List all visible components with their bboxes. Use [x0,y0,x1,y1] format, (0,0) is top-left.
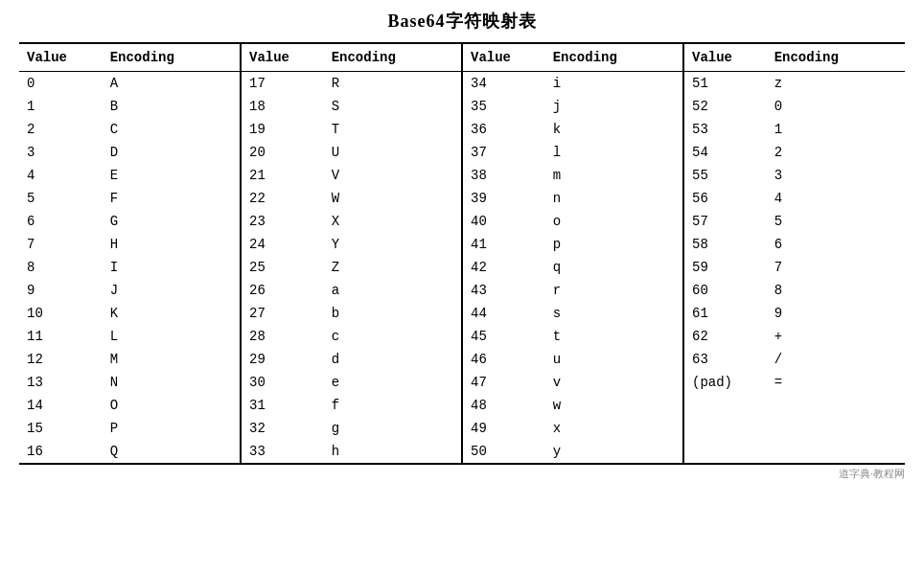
row5-col1-value: 22 [241,187,324,210]
row5-col3-encoding: 4 [767,187,905,210]
row8-col2-value: 42 [462,256,545,279]
row3-col1-encoding: U [324,141,462,164]
row9-col2-encoding: r [545,279,683,302]
row4-col3-encoding: 3 [767,164,905,187]
row0-col1-value: 17 [241,72,324,96]
table-row: 1B18S35j520 [19,95,905,118]
row3-col0-encoding: D [103,141,241,164]
row1-col0-value: 1 [19,95,103,118]
row7-col2-value: 41 [462,233,545,256]
row10-col1-encoding: b [324,302,462,325]
row7-col3-encoding: 6 [767,233,905,256]
row11-col2-encoding: t [545,325,683,348]
row4-col0-encoding: E [103,164,241,187]
row0-col0-value: 0 [19,72,103,96]
row6-col3-encoding: 5 [767,210,905,233]
page-title: Base64字符映射表 [19,10,905,33]
row1-col0-encoding: B [103,95,241,118]
row9-col1-value: 26 [241,279,324,302]
row10-col2-encoding: s [545,302,683,325]
base64-table: Value Encoding Value Encoding Value Enco… [19,42,905,465]
row3-col3-encoding: 2 [767,141,905,164]
row10-col3-value: 61 [683,302,767,325]
row2-col0-encoding: C [103,118,241,141]
row16-col3-value [683,440,767,464]
page-wrapper: Base64字符映射表 Value Encoding Value Encodin… [0,0,924,574]
row1-col3-encoding: 0 [767,95,905,118]
row15-col1-value: 32 [241,417,324,440]
row11-col1-encoding: c [324,325,462,348]
row13-col3-encoding: = [767,371,905,394]
row16-col0-value: 16 [19,440,103,464]
row16-col3-encoding [767,440,905,464]
row16-col1-value: 33 [241,440,324,464]
row2-col2-value: 36 [462,118,545,141]
col2-value-header: Value [241,43,324,72]
row0-col2-encoding: i [545,72,683,96]
row3-col2-value: 37 [462,141,545,164]
row9-col1-encoding: a [324,279,462,302]
col1-value-header: Value [19,43,103,72]
row11-col3-value: 62 [683,325,767,348]
row2-col3-value: 53 [683,118,767,141]
row11-col2-value: 45 [462,325,545,348]
col1-encoding-header: Encoding [103,43,241,72]
row1-col1-encoding: S [324,95,462,118]
row8-col2-encoding: q [545,256,683,279]
row4-col0-value: 4 [19,164,103,187]
row13-col3-value: (pad) [683,371,767,394]
watermark: 道字典·教程网 [19,467,905,481]
row0-col3-value: 51 [683,72,767,96]
table-row: 11L28c45t62+ [19,325,905,348]
table-body: 0A17R34i51z1B18S35j5202C19T36k5313D20U37… [19,72,905,465]
row15-col0-value: 15 [19,417,103,440]
row14-col1-value: 31 [241,394,324,417]
row14-col1-encoding: f [324,394,462,417]
row10-col1-value: 27 [241,302,324,325]
row10-col0-value: 10 [19,302,103,325]
row9-col3-encoding: 8 [767,279,905,302]
row7-col1-encoding: Y [324,233,462,256]
row16-col2-value: 50 [462,440,545,464]
row5-col1-encoding: W [324,187,462,210]
col4-encoding-header: Encoding [767,43,905,72]
table-row: 5F22W39n564 [19,187,905,210]
row6-col2-value: 40 [462,210,545,233]
row1-col1-value: 18 [241,95,324,118]
row4-col2-value: 38 [462,164,545,187]
row6-col0-value: 6 [19,210,103,233]
table-row: 7H24Y41p586 [19,233,905,256]
row11-col3-encoding: + [767,325,905,348]
row14-col3-value [683,394,767,417]
header-row: Value Encoding Value Encoding Value Enco… [19,43,905,72]
row0-col1-encoding: R [324,72,462,96]
table-row: 12M29d46u63/ [19,348,905,371]
row0-col0-encoding: A [103,72,241,96]
row13-col2-encoding: v [545,371,683,394]
row12-col1-encoding: d [324,348,462,371]
row12-col2-value: 46 [462,348,545,371]
table-row: 16Q33h50y [19,440,905,464]
table-row: 3D20U37l542 [19,141,905,164]
row9-col3-value: 60 [683,279,767,302]
row8-col1-encoding: Z [324,256,462,279]
row6-col0-encoding: G [103,210,241,233]
col4-value-header: Value [683,43,767,72]
row13-col0-encoding: N [103,371,241,394]
row1-col2-encoding: j [545,95,683,118]
row12-col2-encoding: u [545,348,683,371]
row15-col2-encoding: x [545,417,683,440]
table-row: 0A17R34i51z [19,72,905,96]
row10-col2-value: 44 [462,302,545,325]
table-header: Value Encoding Value Encoding Value Enco… [19,43,905,72]
row2-col2-encoding: k [545,118,683,141]
table-row: 4E21V38m553 [19,164,905,187]
row2-col1-value: 19 [241,118,324,141]
row2-col1-encoding: T [324,118,462,141]
row3-col3-value: 54 [683,141,767,164]
row11-col0-value: 11 [19,325,103,348]
col2-encoding-header: Encoding [324,43,462,72]
row16-col2-encoding: y [545,440,683,464]
row15-col3-value [683,417,767,440]
row1-col3-value: 52 [683,95,767,118]
